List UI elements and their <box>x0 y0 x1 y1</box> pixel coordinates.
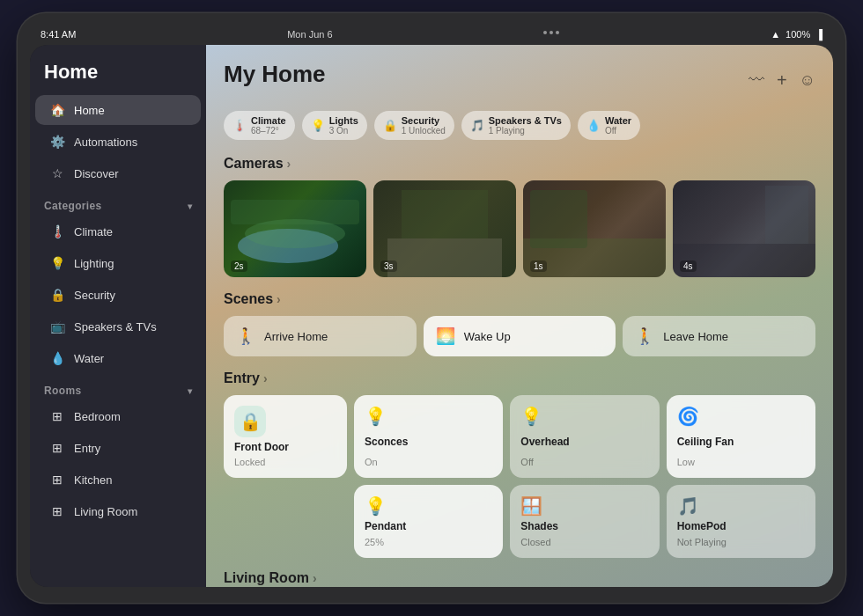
overhead-name: Overhead <box>520 436 648 448</box>
sidebar-label-home: Home <box>74 104 105 117</box>
scenes-section-header[interactable]: Scenes › <box>224 291 815 307</box>
entry-label: Entry <box>224 370 260 386</box>
ipad-screen: Home 🏠 Home ⚙️ Automations ☆ Discover Ca… <box>30 45 833 587</box>
ceiling-fan-icon: 🌀 <box>677 406 699 427</box>
sidebar-item-entry[interactable]: ⊞ Entry <box>35 433 201 463</box>
status-time: 8:41 AM <box>41 29 76 40</box>
sconces-name: Sconces <box>365 436 492 448</box>
categories-header[interactable]: Categories ▾ <box>30 189 206 216</box>
scene-wake-up[interactable]: 🌅 Wake Up <box>424 316 616 356</box>
sidebar: Home 🏠 Home ⚙️ Automations ☆ Discover Ca… <box>30 45 206 587</box>
living-room-label: Living Room <box>224 570 309 586</box>
chip-lights[interactable]: 💡 Lights 3 On <box>302 111 367 140</box>
scenes-chevron: › <box>277 292 281 306</box>
device-pendant[interactable]: 💡 Pendant 25% <box>354 485 503 557</box>
device-overhead[interactable]: 💡 Overhead Off <box>510 395 659 478</box>
bedroom-icon: ⊞ <box>49 408 65 424</box>
livingroom-icon: ⊞ <box>49 503 65 519</box>
sidebar-item-livingroom[interactable]: ⊞ Living Room <box>35 496 201 526</box>
living-room-section: Living Room › 68° Thermostat Heating to … <box>224 570 815 587</box>
camera-feed-2[interactable]: 3s <box>373 180 516 277</box>
chip-water-icon: 💧 <box>586 119 601 132</box>
cameras-row: 2s 3s 1s <box>224 180 815 277</box>
battery-percent: 100% <box>786 29 810 40</box>
entry-icon: ⊞ <box>49 440 65 456</box>
ipad-shell: 8:41 AM Mon Jun 6 ▲ 100% ▐ Home 🏠 Home ⚙… <box>18 13 845 603</box>
sidebar-item-water[interactable]: 💧 Water <box>35 343 201 373</box>
ceiling-fan-name: Ceiling Fan <box>677 436 805 448</box>
discover-icon: ☆ <box>49 165 65 181</box>
sidebar-item-bedroom[interactable]: ⊞ Bedroom <box>35 401 201 431</box>
scene-arrive-home[interactable]: 🚶 Arrive Home <box>224 316 417 356</box>
camera-feed-3[interactable]: 1s <box>523 180 666 277</box>
status-date: Mon Jun 6 <box>287 29 332 40</box>
device-ceiling-fan[interactable]: 🌀 Ceiling Fan Low <box>667 395 815 478</box>
battery-icon: ▐ <box>815 29 822 40</box>
add-icon[interactable]: + <box>777 70 787 91</box>
device-sconces[interactable]: 💡 Sconces On <box>354 395 503 478</box>
entry-devices-grid: 🔒 Front Door Locked 💡 Sconces On <box>224 395 815 558</box>
chevron-down-rooms-icon: ▾ <box>188 386 192 396</box>
sidebar-item-speakers[interactable]: 📺 Speakers & TVs <box>35 312 201 341</box>
chip-lights-icon: 💡 <box>311 119 325 132</box>
scene-leave-home[interactable]: 🚶 Leave Home <box>623 316 815 356</box>
cameras-chevron: › <box>287 157 291 171</box>
pendant-status: 25% <box>365 537 492 547</box>
camera-timestamp-4: 4s <box>680 260 697 272</box>
scenes-row: 🚶 Arrive Home 🌅 Wake Up 🚶 Leave Home <box>224 316 815 356</box>
leave-home-label: Leave Home <box>663 330 728 343</box>
status-bar: 8:41 AM Mon Jun 6 ▲ 100% ▐ <box>30 29 833 45</box>
device-homepod[interactable]: 🎵 HomePod Not Playing <box>667 485 815 557</box>
rooms-header[interactable]: Rooms ▾ <box>30 374 206 400</box>
device-shades[interactable]: 🪟 Shades Closed <box>510 485 659 557</box>
wave-icon[interactable]: 〰 <box>749 71 764 90</box>
front-door-status: Locked <box>234 457 336 467</box>
ceiling-fan-status: Low <box>677 457 805 467</box>
shades-icon: 🪟 <box>520 495 542 517</box>
overhead-status: Off <box>520 457 648 467</box>
wake-up-label: Wake Up <box>464 330 511 343</box>
homepod-name: HomePod <box>677 520 805 532</box>
automations-icon: ⚙️ <box>49 134 65 150</box>
chip-climate[interactable]: 🌡️ Climate 68–72° <box>224 111 295 140</box>
leave-home-icon: 🚶 <box>635 326 654 346</box>
sidebar-item-climate[interactable]: 🌡️ Climate <box>35 216 201 246</box>
main-content: My Home 〰 + ☺ 🌡️ Climate 68–72° 💡 <box>206 45 833 587</box>
category-chips: 🌡️ Climate 68–72° 💡 Lights 3 On 🔒 <box>224 111 815 140</box>
shades-name: Shades <box>520 520 648 532</box>
smiley-icon[interactable]: ☺ <box>800 71 815 90</box>
camera-feed-1[interactable]: 2s <box>224 180 366 277</box>
sidebar-item-home[interactable]: 🏠 Home <box>35 95 201 125</box>
water-icon: 💧 <box>49 350 65 366</box>
arrive-home-label: Arrive Home <box>264 330 328 343</box>
pendant-icon: 💡 <box>365 495 387 517</box>
camera-timestamp-2: 3s <box>380 260 397 272</box>
chip-speakers[interactable]: 🎵 Speakers & TVs 1 Playing <box>461 111 571 140</box>
cameras-label: Cameras <box>224 156 284 172</box>
entry-chevron: › <box>263 371 268 385</box>
camera-feed-4[interactable]: 4s <box>673 180 815 277</box>
sidebar-item-discover[interactable]: ☆ Discover <box>35 158 201 188</box>
kitchen-icon: ⊞ <box>49 472 65 488</box>
cameras-section-header[interactable]: Cameras › <box>224 156 815 172</box>
sidebar-item-kitchen[interactable]: ⊞ Kitchen <box>35 465 201 495</box>
entry-room-section: Entry › 🔒 Front Door Locked 💡 <box>224 370 815 558</box>
chip-water[interactable]: 💧 Water Off <box>578 111 640 140</box>
sidebar-item-lighting[interactable]: 💡 Lighting <box>35 248 201 278</box>
homepod-icon: 🎵 <box>677 495 699 517</box>
wifi-icon: ▲ <box>771 29 780 40</box>
sidebar-item-security[interactable]: 🔒 Security <box>35 280 201 310</box>
sidebar-item-automations[interactable]: ⚙️ Automations <box>35 127 201 157</box>
lighting-icon: 💡 <box>49 255 65 271</box>
entry-section-header[interactable]: Entry › <box>224 370 815 386</box>
living-room-section-header[interactable]: Living Room › <box>224 570 815 586</box>
chip-speakers-icon: 🎵 <box>470 119 484 132</box>
sidebar-label-discover: Discover <box>74 167 119 180</box>
chip-climate-icon: 🌡️ <box>232 119 247 132</box>
page-title: My Home <box>224 61 326 88</box>
entry-grid-spacer <box>224 485 347 557</box>
sconces-status: On <box>365 457 492 467</box>
device-front-door[interactable]: 🔒 Front Door Locked <box>224 395 347 478</box>
speakers-icon: 📺 <box>49 319 65 334</box>
chip-security[interactable]: 🔒 Security 1 Unlocked <box>374 111 454 140</box>
